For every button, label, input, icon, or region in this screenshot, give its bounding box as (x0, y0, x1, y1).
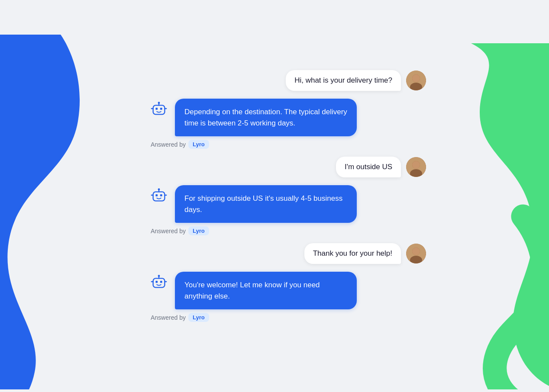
svg-rect-26 (153, 278, 165, 287)
svg-rect-4 (153, 105, 165, 114)
user-message-3: Thank you for your help! (123, 243, 426, 264)
avatar-image-3 (406, 244, 426, 263)
avatar-image-1 (406, 71, 426, 90)
bubble-user-1: Hi, what is your delivery time? (286, 70, 401, 91)
bot-icon-2 (149, 185, 169, 205)
bubble-bot-3: You're welcome! Let me know if you need … (175, 272, 357, 309)
svg-point-14 (412, 161, 420, 169)
lyro-badge-1: Lyro (188, 140, 209, 149)
svg-rect-15 (153, 192, 165, 201)
answered-by-row-2: Answered by Lyro (149, 226, 209, 235)
answered-by-row-1: Answered by Lyro (149, 140, 209, 149)
avatar-user-3 (406, 244, 426, 263)
avatar-image-2 (406, 157, 426, 177)
bot-icon-1 (149, 99, 169, 119)
bot-row-content-3: You're welcome! Let me know if you need … (149, 272, 357, 309)
svg-point-8 (158, 102, 160, 104)
svg-rect-6 (160, 108, 162, 110)
svg-rect-16 (155, 194, 158, 196)
bot-message-1: Depending on the destination. The typica… (149, 99, 426, 149)
svg-rect-28 (160, 281, 162, 283)
chat-container: Hi, what is your delivery time? (0, 0, 549, 392)
avatar-user-2 (406, 157, 426, 177)
user-message-2: I'm outside US (123, 157, 426, 177)
bubble-bot-2: For shipping outside US it's usually 4-5… (175, 185, 357, 223)
svg-point-3 (412, 74, 420, 82)
svg-point-30 (158, 275, 160, 277)
svg-rect-27 (155, 281, 158, 283)
bot-row-content-1: Depending on the destination. The typica… (149, 99, 357, 136)
svg-point-19 (158, 188, 160, 190)
bot-message-3: You're welcome! Let me know if you need … (149, 272, 426, 322)
svg-rect-17 (160, 194, 162, 196)
bot-row-content-2: For shipping outside US it's usually 4-5… (149, 185, 357, 223)
user-message-1: Hi, what is your delivery time? (123, 70, 426, 91)
avatar-user-1 (406, 71, 426, 90)
answered-by-label-3: Answered by (151, 314, 186, 321)
svg-rect-5 (155, 108, 158, 110)
answered-by-label-1: Answered by (151, 141, 186, 148)
answered-by-row-3: Answered by Lyro (149, 313, 209, 322)
bot-icon-3 (149, 272, 169, 292)
bubble-user-3: Thank you for your help! (304, 243, 401, 264)
lyro-badge-3: Lyro (188, 313, 209, 322)
svg-point-25 (412, 247, 420, 255)
chat-messages: Hi, what is your delivery time? (123, 70, 426, 322)
bot-message-2: For shipping outside US it's usually 4-5… (149, 185, 426, 235)
bubble-user-2: I'm outside US (336, 157, 401, 177)
bubble-bot-1: Depending on the destination. The typica… (175, 99, 357, 136)
lyro-badge-2: Lyro (188, 226, 209, 235)
answered-by-label-2: Answered by (151, 228, 186, 235)
